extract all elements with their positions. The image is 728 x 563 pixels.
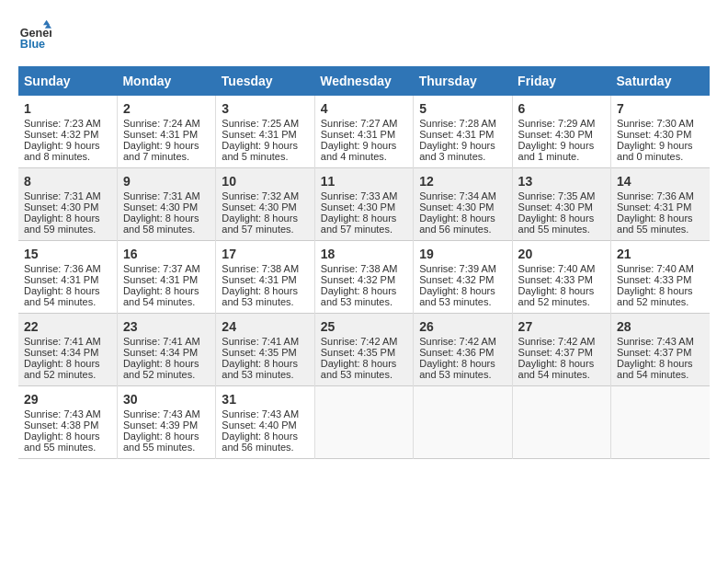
col-header-monday: Monday — [117, 66, 215, 96]
day-number: 27 — [518, 319, 605, 334]
daylight: Daylight: 8 hours and 52 minutes. — [24, 358, 100, 380]
week-row-1: 1Sunrise: 7:23 AMSunset: 4:32 PMDaylight… — [18, 96, 710, 168]
day-number: 17 — [222, 247, 308, 261]
day-number: 29 — [24, 392, 111, 407]
day-cell: 16Sunrise: 7:37 AMSunset: 4:31 PMDayligh… — [117, 241, 215, 314]
sunrise: Sunrise: 7:41 AM — [222, 336, 299, 347]
sunset: Sunset: 4:36 PM — [419, 347, 494, 358]
daylight: Daylight: 8 hours and 55 minutes. — [617, 213, 693, 235]
sunrise: Sunrise: 7:36 AM — [24, 263, 101, 274]
sunset: Sunset: 4:30 PM — [222, 201, 296, 213]
header-row: SundayMondayTuesdayWednesdayThursdayFrid… — [18, 66, 710, 96]
day-number: 9 — [123, 174, 210, 189]
daylight: Daylight: 8 hours and 53 minutes. — [222, 358, 298, 380]
day-number: 14 — [617, 174, 704, 189]
day-number: 23 — [123, 319, 210, 334]
day-number: 16 — [123, 247, 210, 261]
day-number: 15 — [24, 247, 111, 261]
day-cell: 3Sunrise: 7:25 AMSunset: 4:31 PMDaylight… — [216, 96, 314, 168]
day-cell: 2Sunrise: 7:24 AMSunset: 4:31 PMDaylight… — [117, 96, 215, 168]
daylight: Daylight: 8 hours and 52 minutes. — [123, 358, 199, 380]
sunset: Sunset: 4:30 PM — [321, 201, 395, 213]
sunset: Sunset: 4:31 PM — [123, 274, 198, 285]
sunset: Sunset: 4:30 PM — [617, 129, 691, 140]
sunrise: Sunrise: 7:28 AM — [419, 118, 496, 129]
daylight: Daylight: 8 hours and 57 minutes. — [321, 213, 397, 235]
day-cell — [414, 386, 512, 459]
daylight: Daylight: 8 hours and 56 minutes. — [222, 431, 298, 453]
sunrise: Sunrise: 7:30 AM — [617, 118, 694, 129]
sunrise: Sunrise: 7:31 AM — [24, 190, 101, 201]
daylight: Daylight: 8 hours and 53 minutes. — [419, 358, 495, 380]
daylight: Daylight: 8 hours and 53 minutes. — [222, 285, 298, 307]
day-cell: 7Sunrise: 7:30 AMSunset: 4:30 PMDaylight… — [611, 96, 710, 168]
sunset: Sunset: 4:30 PM — [518, 129, 593, 140]
page-header: General Blue — [18, 18, 710, 52]
sunset: Sunset: 4:31 PM — [222, 274, 296, 285]
sunset: Sunset: 4:39 PM — [123, 419, 198, 431]
sunrise: Sunrise: 7:32 AM — [222, 190, 299, 201]
sunset: Sunset: 4:33 PM — [518, 274, 593, 285]
day-cell: 4Sunrise: 7:27 AMSunset: 4:31 PMDaylight… — [314, 96, 413, 168]
svg-text:Blue: Blue — [20, 38, 45, 51]
sunrise: Sunrise: 7:43 AM — [617, 336, 694, 347]
daylight: Daylight: 8 hours and 54 minutes. — [518, 358, 595, 380]
week-row-2: 8Sunrise: 7:31 AMSunset: 4:30 PMDaylight… — [18, 168, 710, 241]
day-cell: 15Sunrise: 7:36 AMSunset: 4:31 PMDayligh… — [18, 241, 117, 314]
logo: General Blue — [18, 18, 51, 52]
sunset: Sunset: 4:31 PM — [123, 129, 198, 140]
col-header-thursday: Thursday — [414, 66, 512, 96]
sunset: Sunset: 4:32 PM — [321, 274, 395, 285]
sunrise: Sunrise: 7:33 AM — [321, 190, 398, 201]
sunrise: Sunrise: 7:40 AM — [518, 263, 596, 274]
day-number: 22 — [24, 319, 111, 334]
col-header-saturday: Saturday — [611, 66, 710, 96]
day-cell: 28Sunrise: 7:43 AMSunset: 4:37 PMDayligh… — [611, 314, 710, 386]
daylight: Daylight: 9 hours and 4 minutes. — [321, 140, 397, 162]
day-cell: 19Sunrise: 7:39 AMSunset: 4:32 PMDayligh… — [414, 241, 512, 314]
day-cell: 10Sunrise: 7:32 AMSunset: 4:30 PMDayligh… — [216, 168, 314, 241]
day-number: 31 — [222, 392, 308, 407]
sunrise: Sunrise: 7:37 AM — [123, 263, 200, 274]
sunrise: Sunrise: 7:38 AM — [222, 263, 299, 274]
day-cell: 21Sunrise: 7:40 AMSunset: 4:33 PMDayligh… — [611, 241, 710, 314]
day-number: 18 — [321, 247, 407, 261]
sunrise: Sunrise: 7:27 AM — [321, 118, 398, 129]
day-number: 30 — [123, 392, 210, 407]
sunset: Sunset: 4:31 PM — [24, 274, 98, 285]
sunrise: Sunrise: 7:43 AM — [222, 408, 299, 419]
daylight: Daylight: 8 hours and 53 minutes. — [321, 285, 397, 307]
daylight: Daylight: 9 hours and 3 minutes. — [419, 140, 495, 162]
sunrise: Sunrise: 7:34 AM — [419, 190, 496, 201]
day-number: 4 — [321, 101, 407, 116]
sunrise: Sunrise: 7:38 AM — [321, 263, 398, 274]
sunrise: Sunrise: 7:31 AM — [123, 190, 200, 201]
day-cell: 30Sunrise: 7:43 AMSunset: 4:39 PMDayligh… — [117, 386, 215, 459]
daylight: Daylight: 8 hours and 58 minutes. — [123, 213, 199, 235]
day-number: 25 — [321, 319, 407, 334]
sunrise: Sunrise: 7:23 AM — [24, 118, 101, 129]
day-number: 21 — [617, 247, 704, 261]
day-cell: 31Sunrise: 7:43 AMSunset: 4:40 PMDayligh… — [216, 386, 314, 459]
daylight: Daylight: 9 hours and 0 minutes. — [617, 140, 693, 162]
day-number: 5 — [419, 101, 506, 116]
daylight: Daylight: 8 hours and 55 minutes. — [123, 431, 199, 453]
sunset: Sunset: 4:37 PM — [518, 347, 593, 358]
sunset: Sunset: 4:33 PM — [617, 274, 691, 285]
day-number: 10 — [222, 174, 308, 189]
sunrise: Sunrise: 7:40 AM — [617, 263, 694, 274]
sunrise: Sunrise: 7:39 AM — [419, 263, 496, 274]
sunset: Sunset: 4:31 PM — [321, 129, 395, 140]
day-cell: 22Sunrise: 7:41 AMSunset: 4:34 PMDayligh… — [18, 314, 117, 386]
day-cell: 24Sunrise: 7:41 AMSunset: 4:35 PMDayligh… — [216, 314, 314, 386]
day-cell: 12Sunrise: 7:34 AMSunset: 4:30 PMDayligh… — [414, 168, 512, 241]
week-row-4: 22Sunrise: 7:41 AMSunset: 4:34 PMDayligh… — [18, 314, 710, 386]
week-row-3: 15Sunrise: 7:36 AMSunset: 4:31 PMDayligh… — [18, 241, 710, 314]
day-cell: 23Sunrise: 7:41 AMSunset: 4:34 PMDayligh… — [117, 314, 215, 386]
daylight: Daylight: 8 hours and 53 minutes. — [419, 285, 495, 307]
sunrise: Sunrise: 7:43 AM — [24, 408, 101, 419]
sunrise: Sunrise: 7:29 AM — [518, 118, 596, 129]
day-number: 19 — [419, 247, 506, 261]
sunset: Sunset: 4:30 PM — [419, 201, 494, 213]
col-header-wednesday: Wednesday — [314, 66, 413, 96]
